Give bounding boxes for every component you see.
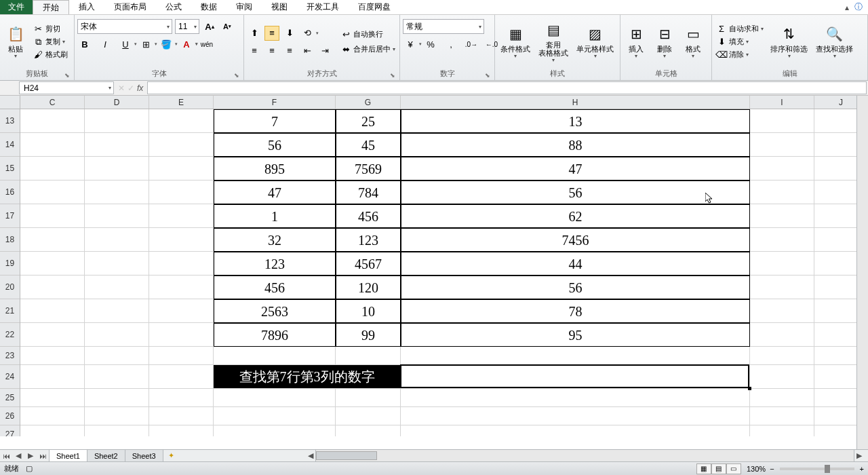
column-header[interactable]: D <box>85 96 149 109</box>
cell[interactable] <box>336 347 401 365</box>
cell[interactable] <box>149 109 214 133</box>
new-sheet-button[interactable]: ✦ <box>163 450 180 461</box>
format-painter-button[interactable]: 🖌格式刷 <box>31 49 69 61</box>
indent-dec-icon[interactable]: ⇤ <box>300 43 315 58</box>
row-header[interactable]: 16 <box>0 180 20 204</box>
tab-view[interactable]: 视图 <box>262 0 297 14</box>
cell[interactable]: 45 <box>336 133 401 157</box>
cell[interactable]: 7569 <box>336 157 401 180</box>
row-header[interactable]: 17 <box>0 204 20 228</box>
cell[interactable] <box>20 180 85 204</box>
cell[interactable]: 95 <box>401 323 750 347</box>
cell[interactable] <box>750 252 814 276</box>
cell[interactable] <box>149 157 214 180</box>
cell[interactable] <box>149 133 214 157</box>
cell[interactable] <box>149 276 214 299</box>
cell[interactable] <box>85 347 149 365</box>
file-tab[interactable]: 文件 <box>0 0 33 14</box>
zoom-level[interactable]: 130% <box>747 465 766 473</box>
cell[interactable] <box>85 407 149 425</box>
cell[interactable] <box>401 407 750 425</box>
conditional-format-button[interactable]: ▦条件格式▾ <box>498 23 533 60</box>
cell[interactable] <box>20 347 85 365</box>
column-header[interactable]: I <box>750 96 814 109</box>
cell[interactable] <box>85 365 149 389</box>
sheet-nav-prev[interactable]: ◀ <box>12 450 24 461</box>
format-as-table-button[interactable]: ▤套用 表格格式▾ <box>536 19 571 64</box>
tab-review[interactable]: 审阅 <box>226 0 262 14</box>
merge-center-button[interactable]: ⬌合并后居中▾ <box>339 43 397 56</box>
cell[interactable] <box>750 228 814 252</box>
cell[interactable] <box>149 389 214 407</box>
tab-home[interactable]: 开始 <box>33 0 69 14</box>
cancel-formula-icon[interactable]: ✕ <box>118 83 125 93</box>
row-header[interactable]: 25 <box>0 389 20 407</box>
cell[interactable] <box>750 276 814 299</box>
cell[interactable] <box>401 389 750 407</box>
delete-cells-button[interactable]: ⊟删除▾ <box>652 23 677 60</box>
cell[interactable] <box>336 425 401 436</box>
orientation-icon[interactable]: ⟲▾ <box>300 26 315 41</box>
cell[interactable] <box>20 323 85 347</box>
view-page-break-button[interactable]: ▭ <box>726 463 741 474</box>
row-header[interactable]: 26 <box>0 407 20 425</box>
cell[interactable] <box>85 204 149 228</box>
cell[interactable] <box>149 365 214 389</box>
column-header[interactable]: H <box>401 96 750 109</box>
cell[interactable] <box>85 180 149 204</box>
cell[interactable] <box>85 299 149 323</box>
cell[interactable] <box>20 204 85 228</box>
cell[interactable] <box>20 276 85 299</box>
fx-icon[interactable]: fx <box>137 83 143 93</box>
find-select-button[interactable]: 🔍查找和选择▾ <box>813 23 856 60</box>
fill-color-icon[interactable]: 🪣▾ <box>159 37 174 52</box>
cell[interactable]: 32 <box>214 228 336 252</box>
row-header[interactable]: 19 <box>0 252 20 276</box>
cell[interactable] <box>149 204 214 228</box>
cell[interactable] <box>336 407 401 425</box>
vertical-scrollbar[interactable] <box>856 96 868 449</box>
cell[interactable]: 44 <box>401 252 750 276</box>
column-header[interactable]: C <box>20 96 85 109</box>
cell[interactable]: 4567 <box>336 252 401 276</box>
cell[interactable] <box>85 323 149 347</box>
launcher-icon[interactable]: ⬊ <box>390 72 395 79</box>
row-header[interactable]: 14 <box>0 133 20 157</box>
zoom-slider[interactable] <box>780 468 854 470</box>
sort-filter-button[interactable]: ⇅排序和筛选▾ <box>768 23 810 60</box>
cell[interactable] <box>149 252 214 276</box>
cell[interactable] <box>149 228 214 252</box>
inc-decimal-icon[interactable]: .0→ <box>464 37 479 52</box>
number-format-select[interactable]: 常规▾ <box>403 19 484 34</box>
row-header[interactable]: 24 <box>0 365 20 389</box>
row-header[interactable]: 22 <box>0 323 20 347</box>
column-header[interactable]: G <box>336 96 401 109</box>
cell[interactable] <box>20 109 85 133</box>
cell[interactable]: 7456 <box>401 228 750 252</box>
shrink-font-icon[interactable]: A▾ <box>220 19 235 34</box>
align-top-icon[interactable]: ⬆ <box>247 26 262 41</box>
fill-button[interactable]: ⬇填充▾ <box>715 36 765 48</box>
formula-bar[interactable] <box>147 81 867 94</box>
cell[interactable] <box>401 365 750 389</box>
cell[interactable]: 784 <box>336 180 401 204</box>
sheet-nav-last[interactable]: ⏭ <box>37 450 49 461</box>
cell[interactable] <box>214 347 336 365</box>
macro-record-icon[interactable]: ▢ <box>26 464 33 473</box>
cell[interactable] <box>214 425 336 436</box>
cell[interactable] <box>20 299 85 323</box>
cell[interactable]: 56 <box>401 180 750 204</box>
select-all-corner[interactable] <box>0 96 20 109</box>
comma-icon[interactable]: , <box>443 37 458 52</box>
tab-data[interactable]: 数据 <box>191 0 226 14</box>
cell[interactable] <box>149 299 214 323</box>
cell[interactable]: 47 <box>214 180 336 204</box>
cell[interactable] <box>20 407 85 425</box>
cell[interactable] <box>750 157 814 180</box>
indent-inc-icon[interactable]: ⇥ <box>317 43 332 58</box>
cell[interactable] <box>750 425 814 436</box>
cell[interactable] <box>85 133 149 157</box>
wrap-text-button[interactable]: ↩自动换行 <box>339 28 397 41</box>
cell[interactable] <box>85 389 149 407</box>
tab-baidu[interactable]: 百度网盘 <box>349 0 400 14</box>
